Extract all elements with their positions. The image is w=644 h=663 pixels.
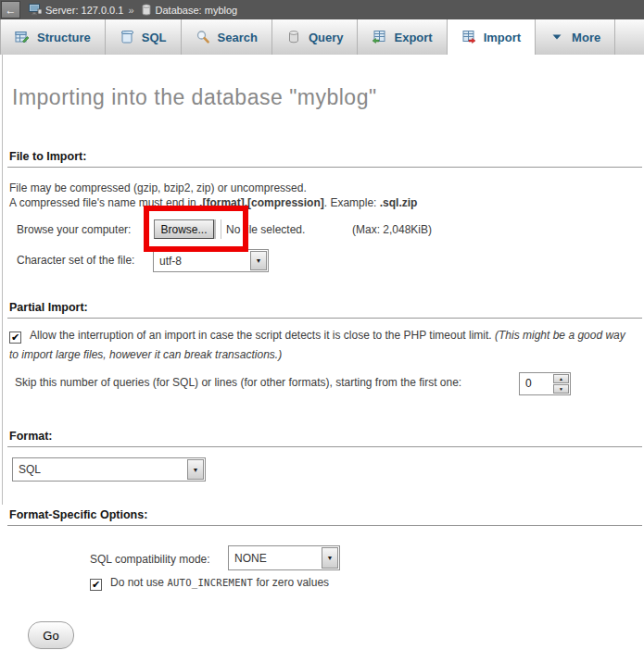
page-title: Importing into the database "myblog": [12, 85, 377, 110]
dropdown-arrow-icon[interactable]: ▼: [187, 459, 204, 480]
autoincrement-code: AUTO_INCREMENT: [167, 577, 253, 588]
format-select[interactable]: SQL ▼: [12, 457, 206, 482]
charset-label: Character set of the file:: [17, 254, 134, 267]
tab-more[interactable]: More: [536, 19, 615, 55]
tab-query[interactable]: Query: [272, 19, 359, 55]
tab-label: Structure: [37, 31, 91, 44]
tab-bar: Structure SQL Search Query Export Import: [0, 19, 644, 55]
sql-compatibility-selected-value: NONE: [229, 552, 321, 565]
back-button[interactable]: ←: [1, 1, 20, 19]
tab-export[interactable]: Export: [358, 19, 447, 55]
back-arrow-icon: ←: [6, 5, 17, 16]
autoincrement-checkbox[interactable]: ✔: [90, 579, 102, 591]
tab-sql[interactable]: SQL: [106, 19, 182, 55]
query-icon: [286, 30, 301, 44]
tab-label: More: [572, 31, 600, 44]
sql-compatibility-select[interactable]: NONE ▼: [228, 545, 340, 570]
format-selected-value: SQL: [13, 463, 186, 476]
partial-import-paragraph: ✔Allow the interruption of an import in …: [9, 326, 634, 365]
import-icon: [461, 30, 476, 44]
sql-compatibility-label: SQL compatibility mode:: [90, 553, 210, 566]
browse-computer-label: Browse your computer:: [17, 223, 131, 236]
autoincrement-label-prefix: Do not use: [110, 576, 167, 589]
sql-icon: [120, 30, 134, 44]
section-heading-partial-import: Partial Import:: [7, 301, 642, 319]
breadcrumb-database[interactable]: Database: myblog: [156, 5, 238, 16]
skip-queries-value[interactable]: 0: [520, 373, 552, 394]
breadcrumb-bar: ← Server: 127.0.0.1 » Database: myblog: [0, 0, 644, 19]
autoincrement-label-suffix: for zero values: [253, 576, 329, 589]
server-icon: [29, 4, 42, 16]
skip-queries-stepper[interactable]: 0 ▲ ▼: [519, 372, 571, 395]
charset-select[interactable]: utf-8 ▼: [153, 249, 269, 272]
allow-interrupt-label: Allow the interruption of an import in c…: [30, 329, 495, 342]
section-heading-format: Format:: [7, 430, 642, 447]
dropdown-arrow-icon[interactable]: ▼: [250, 251, 267, 270]
dropdown-arrow-icon[interactable]: ▼: [322, 547, 338, 569]
section-heading-file-to-import: File to Import:: [7, 150, 642, 168]
go-button[interactable]: Go: [28, 621, 74, 649]
charset-selected-value: utf-8: [154, 255, 249, 268]
compression-info-line1: File may be compressed (gzip, bzip2, zip…: [9, 181, 307, 194]
tab-import[interactable]: Import: [448, 19, 536, 55]
tab-label: Export: [394, 31, 432, 44]
export-icon: [372, 30, 386, 44]
max-size-text: (Max: 2,048KiB): [352, 223, 432, 236]
section-heading-format-specific-options: Format-Specific Options:: [7, 508, 642, 526]
tab-structure[interactable]: Structure: [0, 19, 106, 55]
database-icon: [141, 4, 152, 16]
tab-label: Import: [484, 31, 521, 44]
chevron-down-icon: [549, 30, 564, 44]
tab-search[interactable]: Search: [182, 19, 272, 55]
allow-interrupt-checkbox[interactable]: ✔: [9, 332, 21, 344]
tab-label: Query: [309, 31, 344, 44]
search-icon: [196, 30, 210, 44]
stepper-down-icon[interactable]: ▼: [553, 384, 569, 394]
autoincrement-option-row: ✔Do not use AUTO_INCREMENT for zero valu…: [90, 576, 329, 591]
skip-queries-label: Skip this number of queries (for SQL) or…: [15, 376, 461, 389]
annotation-highlight-rectangle: [144, 206, 248, 252]
structure-icon: [15, 30, 30, 44]
tab-label: Search: [218, 31, 258, 44]
stepper-up-icon[interactable]: ▲: [553, 374, 569, 383]
content-left-border: [2, 55, 3, 505]
breadcrumb-separator: »: [128, 5, 133, 16]
breadcrumb-server[interactable]: Server: 127.0.0.1: [45, 5, 123, 16]
tab-label: SQL: [142, 31, 167, 44]
